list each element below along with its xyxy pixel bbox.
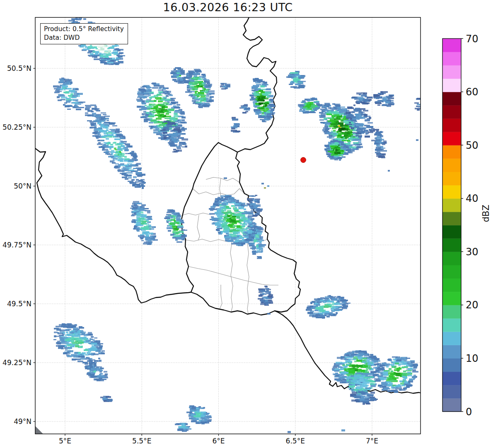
echo-cluster-westborder-echo	[164, 209, 187, 242]
echo-cluster-tiny-b	[231, 117, 240, 132]
y-tick-label: 49.25°N	[2, 358, 31, 367]
echo-cluster-bottomleft-a	[53, 323, 105, 365]
colorbar-segment	[442, 212, 461, 225]
echo-cluster-nw-band	[85, 104, 146, 189]
echo-cluster-bottomleft-b	[85, 363, 109, 381]
station-marker-dot	[301, 157, 306, 163]
colorbar-segment	[442, 52, 461, 65]
colorbar-segment	[442, 385, 461, 399]
echo-cluster-right-streak	[371, 129, 387, 159]
colorbar-segment	[442, 172, 461, 185]
colorbar-segment	[442, 132, 461, 145]
axis-labels: 5°E5.5°E6°E6.5°E7°E50.5°N50.25°N50°N49.7…	[2, 64, 378, 445]
echo-cluster-left-small	[53, 77, 85, 111]
colorbar-segment	[442, 358, 461, 372]
colorbar-tick-label: 60	[466, 86, 479, 98]
x-tick-label: 7°E	[366, 437, 378, 445]
echo-cluster-se-tail	[350, 391, 378, 405]
colorbar-segment	[442, 372, 461, 385]
colorbar-segment	[442, 65, 461, 79]
echo-cluster-south-lux	[258, 286, 273, 305]
colorbar-segment	[442, 278, 461, 292]
colorbar-segment	[442, 292, 461, 305]
y-tick-label: 50.5°N	[7, 64, 31, 73]
echo-cluster-tiny-dash	[220, 83, 230, 90]
x-tick-label: 6°E	[212, 437, 225, 445]
y-tick-label: 49.75°N	[2, 241, 31, 249]
colorbar-segment	[442, 105, 461, 119]
y-tick-label: 49°N	[14, 417, 31, 426]
colorbar-segment	[442, 199, 461, 212]
colorbar-segment	[442, 119, 461, 132]
colorbar-segment	[442, 345, 461, 358]
colorbar-tick-label: 30	[466, 246, 479, 258]
echo-cluster-tiny-a	[239, 104, 250, 114]
colorbar-segment	[442, 225, 461, 239]
colorbar-tick-label: 40	[466, 193, 479, 204]
colorbar-segment	[442, 158, 461, 172]
colorbar-segment	[442, 318, 461, 332]
colorbar-tick-label: 10	[466, 353, 479, 364]
x-tick-label: 6.5°E	[286, 437, 305, 445]
echo-cluster-mid-cluster	[136, 82, 187, 142]
map-plot: 5°E5.5°E6°E6.5°E7°E50.5°N50.25°N50°N49.7…	[0, 0, 498, 448]
echo-cluster-border-echo	[249, 78, 275, 122]
map-canvas	[35, 17, 423, 434]
echo-cluster-se-right	[374, 356, 418, 393]
echo-cluster-right-edge	[414, 98, 423, 111]
y-tick-label: 50°N	[14, 182, 31, 190]
map-corner-wedge	[35, 426, 43, 434]
colorbar-segment	[442, 332, 461, 345]
colorbar: 010203040506070	[442, 33, 479, 418]
colorbar-unit-label: dBZ	[481, 197, 493, 230]
product-info-line1: Product: 0.5° Reflectivity	[44, 25, 124, 34]
echo-cluster-left-center	[130, 201, 157, 245]
colorbar-segment	[442, 92, 461, 106]
colorbar-segment	[442, 145, 461, 159]
colorbar-tick-label: 20	[466, 299, 479, 311]
echo-cluster-north-green	[184, 69, 215, 108]
x-tick-label: 5.5°E	[132, 437, 151, 445]
echo-cluster-north-blob	[170, 67, 188, 84]
echo-cluster-south-cluster	[306, 295, 351, 319]
colorbar-segment	[442, 238, 461, 252]
colorbar-segment	[442, 252, 461, 265]
colorbar-tick-label: 70	[466, 33, 479, 45]
echo-cluster-bl-dash	[100, 396, 113, 402]
echo-cluster-ne-dashes	[351, 92, 372, 104]
colorbar-segment	[442, 78, 461, 92]
x-tick-label: 5°E	[59, 437, 71, 445]
radar-echoes	[53, 17, 423, 431]
radar-figure: 16.03.2026 16:23 UTC 5°E5.5°E6°E6.5°E7°E…	[0, 0, 498, 448]
y-tick-label: 49.5°N	[7, 300, 31, 308]
product-info-line2: Data: DWD	[44, 34, 124, 42]
product-info-box: Product: 0.5° Reflectivity Data: DWD	[40, 23, 128, 44]
colorbar-tick-label: 50	[466, 140, 479, 151]
colorbar-segment	[442, 305, 461, 319]
echo-cluster-right-dashes	[373, 91, 394, 107]
colorbar-tick-label: 0	[466, 406, 472, 418]
echo-cluster-bottomcenter-b	[175, 423, 191, 432]
colorbar-segment	[442, 185, 461, 199]
colorbar-segment	[442, 398, 461, 412]
colorbar-segment	[442, 265, 461, 278]
echo-cluster-ne-green-small	[298, 97, 322, 113]
colorbar-segment	[442, 39, 461, 52]
y-tick-label: 50.25°N	[2, 123, 31, 131]
